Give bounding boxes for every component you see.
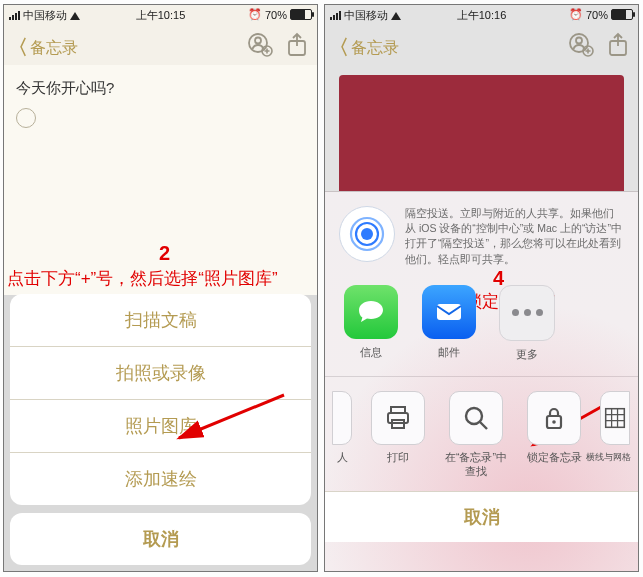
print-icon bbox=[371, 391, 425, 445]
status-bar: 中国移动 上午10:15 ⏰ 70% bbox=[4, 5, 317, 25]
svg-rect-11 bbox=[437, 304, 461, 320]
search-icon bbox=[449, 391, 503, 445]
attachment-action-sheet: 扫描文稿 拍照或录像 照片图库 添加速绘 取消 bbox=[4, 294, 317, 571]
share-icon[interactable] bbox=[285, 32, 309, 58]
share-app-more[interactable]: 更多 bbox=[497, 285, 557, 362]
share-apps-row: 信息 邮件 更多 bbox=[325, 279, 638, 372]
action-label: 人 bbox=[331, 451, 353, 465]
annotation-step-number: 2 bbox=[159, 242, 170, 265]
svg-point-15 bbox=[466, 408, 482, 424]
back-button[interactable]: 〈备忘录 bbox=[329, 34, 399, 61]
nav-bar: 〈备忘录 bbox=[4, 25, 317, 66]
sheet-option-scan[interactable]: 扫描文稿 bbox=[10, 294, 311, 346]
share-sheet: 隔空投送。立即与附近的人共享。如果他们从 iOS 设备的“控制中心”或 Mac … bbox=[325, 191, 638, 571]
left-screenshot: 中国移动 上午10:15 ⏰ 70% 〈备忘录 今天你开心吗? bbox=[3, 4, 318, 572]
action-label: 在“备忘录”中查找 bbox=[443, 451, 509, 479]
back-button[interactable]: 〈备忘录 bbox=[8, 34, 78, 61]
sheet-option-sketch[interactable]: 添加速绘 bbox=[10, 452, 311, 505]
app-label: 邮件 bbox=[419, 345, 479, 360]
add-people-icon[interactable] bbox=[568, 32, 594, 58]
battery-pct: 70% bbox=[265, 9, 287, 21]
sheet-option-photo-library[interactable]: 照片图库 bbox=[10, 399, 311, 452]
alarm-icon: ⏰ bbox=[248, 8, 262, 21]
svg-rect-18 bbox=[606, 409, 625, 428]
sheet-option-camera[interactable]: 拍照或录像 bbox=[10, 346, 311, 399]
grid-icon bbox=[600, 391, 630, 445]
chevron-left-icon: 〈 bbox=[8, 36, 28, 58]
mail-icon bbox=[422, 285, 476, 339]
battery-icon bbox=[611, 9, 633, 20]
share-actions-row: 人 打印 在“备忘录”中查找 bbox=[325, 381, 638, 491]
svg-point-5 bbox=[576, 38, 582, 44]
messages-icon bbox=[344, 285, 398, 339]
share-cancel-button[interactable]: 取消 bbox=[325, 491, 638, 542]
app-label: 信息 bbox=[341, 345, 401, 360]
action-find-in-note[interactable]: 在“备忘录”中查找 bbox=[443, 391, 509, 479]
nav-bar: 〈备忘录 bbox=[325, 25, 638, 66]
battery-pct: 70% bbox=[586, 9, 608, 21]
share-app-messages[interactable]: 信息 bbox=[341, 285, 401, 362]
right-screenshot: 中国移动 上午10:16 ⏰ 70% 〈备忘录 bbox=[324, 4, 639, 572]
more-icon bbox=[499, 285, 555, 341]
share-icon[interactable] bbox=[606, 32, 630, 58]
action-label: 打印 bbox=[365, 451, 431, 465]
action-lines-grid[interactable]: 横线与网格 bbox=[599, 391, 631, 479]
share-app-mail[interactable]: 邮件 bbox=[419, 285, 479, 362]
lock-icon bbox=[527, 391, 581, 445]
add-people-icon[interactable] bbox=[247, 32, 273, 58]
sheet-cancel-button[interactable]: 取消 bbox=[10, 513, 311, 565]
note-text: 今天你开心吗? bbox=[16, 79, 305, 98]
action-label: 横线与网格 bbox=[585, 451, 631, 464]
annotation-instruction: 点击下方“+”号，然后选择“照片图库” bbox=[7, 267, 278, 290]
alarm-icon: ⏰ bbox=[569, 8, 583, 21]
status-bar: 中国移动 上午10:16 ⏰ 70% bbox=[325, 5, 638, 25]
svg-point-1 bbox=[255, 38, 261, 44]
back-label: 备忘录 bbox=[351, 39, 399, 56]
action-print[interactable]: 打印 bbox=[365, 391, 431, 479]
app-label: 更多 bbox=[497, 347, 557, 362]
battery-icon bbox=[290, 9, 312, 20]
airdrop-description: 隔空投送。立即与附近的人共享。如果他们从 iOS 设备的“控制中心”或 Mac … bbox=[405, 206, 624, 267]
action-partial-left[interactable]: 人 bbox=[331, 391, 353, 479]
svg-point-17 bbox=[552, 420, 556, 424]
svg-point-8 bbox=[361, 228, 373, 240]
action-lock-note[interactable]: 锁定备忘录 bbox=[521, 391, 587, 479]
airdrop-icon[interactable] bbox=[339, 206, 395, 262]
action-label: 锁定备忘录 bbox=[521, 451, 587, 465]
back-label: 备忘录 bbox=[30, 39, 78, 56]
checklist-bullet-icon[interactable] bbox=[16, 108, 36, 128]
chevron-left-icon: 〈 bbox=[329, 36, 349, 58]
